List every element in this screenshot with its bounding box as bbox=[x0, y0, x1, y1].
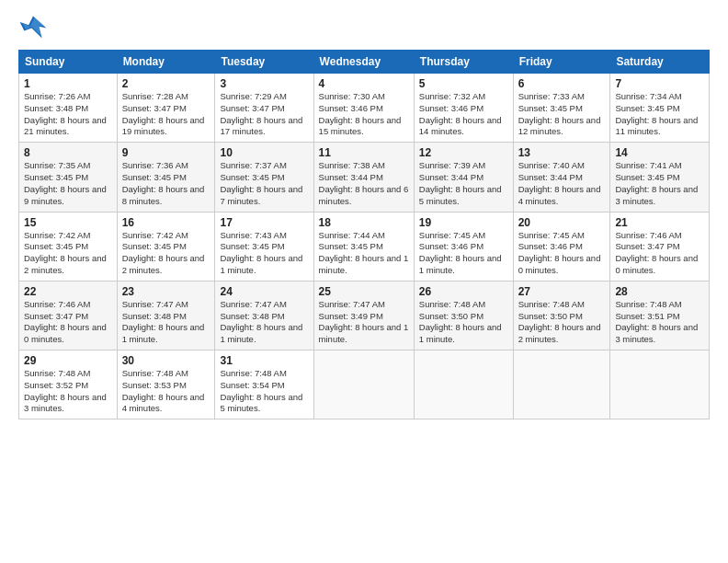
day-info: Sunrise: 7:32 AMSunset: 3:46 PMDaylight:… bbox=[419, 91, 508, 138]
day-number: 20 bbox=[518, 216, 606, 229]
logo-icon bbox=[18, 15, 48, 40]
calendar-cell: 8Sunrise: 7:35 AMSunset: 3:45 PMDaylight… bbox=[19, 143, 118, 212]
day-info: Sunrise: 7:28 AMSunset: 3:47 PMDaylight:… bbox=[122, 91, 210, 138]
calendar-week-row: 8Sunrise: 7:35 AMSunset: 3:45 PMDaylight… bbox=[19, 143, 710, 212]
day-info: Sunrise: 7:43 AMSunset: 3:45 PMDaylight:… bbox=[220, 230, 308, 277]
day-number: 6 bbox=[518, 77, 606, 90]
calendar-cell: 9Sunrise: 7:36 AMSunset: 3:45 PMDaylight… bbox=[117, 143, 215, 212]
day-number: 25 bbox=[319, 285, 409, 298]
day-info: Sunrise: 7:26 AMSunset: 3:48 PMDaylight:… bbox=[24, 91, 112, 138]
calendar-week-row: 22Sunrise: 7:46 AMSunset: 3:47 PMDayligh… bbox=[19, 281, 710, 350]
day-info: Sunrise: 7:46 AMSunset: 3:47 PMDaylight:… bbox=[24, 299, 112, 346]
day-info: Sunrise: 7:47 AMSunset: 3:49 PMDaylight:… bbox=[319, 299, 409, 346]
day-info: Sunrise: 7:45 AMSunset: 3:46 PMDaylight:… bbox=[419, 230, 508, 277]
day-info: Sunrise: 7:38 AMSunset: 3:44 PMDaylight:… bbox=[319, 160, 409, 207]
day-number: 1 bbox=[24, 77, 112, 90]
calendar-cell: 20Sunrise: 7:45 AMSunset: 3:46 PMDayligh… bbox=[513, 212, 610, 281]
day-info: Sunrise: 7:36 AMSunset: 3:45 PMDaylight:… bbox=[122, 160, 210, 207]
col-header-thursday: Thursday bbox=[414, 51, 513, 74]
calendar-cell: 19Sunrise: 7:45 AMSunset: 3:46 PMDayligh… bbox=[414, 212, 513, 281]
calendar-table: SundayMondayTuesdayWednesdayThursdayFrid… bbox=[18, 50, 710, 419]
day-info: Sunrise: 7:48 AMSunset: 3:51 PMDaylight:… bbox=[615, 299, 704, 346]
day-number: 18 bbox=[319, 216, 409, 229]
day-info: Sunrise: 7:42 AMSunset: 3:45 PMDaylight:… bbox=[24, 230, 112, 277]
day-info: Sunrise: 7:48 AMSunset: 3:53 PMDaylight:… bbox=[122, 368, 210, 415]
day-number: 10 bbox=[220, 146, 308, 159]
col-header-tuesday: Tuesday bbox=[215, 51, 313, 74]
col-header-sunday: Sunday bbox=[19, 51, 118, 74]
day-number: 29 bbox=[24, 354, 112, 367]
day-number: 26 bbox=[419, 285, 508, 298]
day-number: 12 bbox=[419, 146, 508, 159]
day-info: Sunrise: 7:35 AMSunset: 3:45 PMDaylight:… bbox=[24, 160, 112, 207]
calendar-cell: 26Sunrise: 7:48 AMSunset: 3:50 PMDayligh… bbox=[414, 281, 513, 350]
calendar-week-row: 29Sunrise: 7:48 AMSunset: 3:52 PMDayligh… bbox=[19, 350, 710, 419]
calendar-cell: 15Sunrise: 7:42 AMSunset: 3:45 PMDayligh… bbox=[19, 212, 118, 281]
calendar-cell: 31Sunrise: 7:48 AMSunset: 3:54 PMDayligh… bbox=[215, 350, 313, 419]
day-number: 7 bbox=[615, 77, 704, 90]
day-number: 16 bbox=[122, 216, 210, 229]
calendar-cell: 27Sunrise: 7:48 AMSunset: 3:50 PMDayligh… bbox=[513, 281, 610, 350]
calendar-cell: 4Sunrise: 7:30 AMSunset: 3:46 PMDaylight… bbox=[313, 74, 414, 143]
day-number: 11 bbox=[319, 146, 409, 159]
day-info: Sunrise: 7:48 AMSunset: 3:50 PMDaylight:… bbox=[518, 299, 606, 346]
calendar-cell bbox=[313, 350, 414, 419]
calendar-cell: 13Sunrise: 7:40 AMSunset: 3:44 PMDayligh… bbox=[513, 143, 610, 212]
day-number: 31 bbox=[220, 354, 308, 367]
calendar-cell: 22Sunrise: 7:46 AMSunset: 3:47 PMDayligh… bbox=[19, 281, 118, 350]
calendar-cell: 28Sunrise: 7:48 AMSunset: 3:51 PMDayligh… bbox=[610, 281, 710, 350]
day-info: Sunrise: 7:48 AMSunset: 3:50 PMDaylight:… bbox=[419, 299, 508, 346]
calendar-cell: 12Sunrise: 7:39 AMSunset: 3:44 PMDayligh… bbox=[414, 143, 513, 212]
day-number: 13 bbox=[518, 146, 606, 159]
day-info: Sunrise: 7:42 AMSunset: 3:45 PMDaylight:… bbox=[122, 230, 210, 277]
calendar-cell: 18Sunrise: 7:44 AMSunset: 3:45 PMDayligh… bbox=[313, 212, 414, 281]
day-number: 30 bbox=[122, 354, 210, 367]
calendar-cell: 29Sunrise: 7:48 AMSunset: 3:52 PMDayligh… bbox=[19, 350, 118, 419]
day-number: 8 bbox=[24, 146, 112, 159]
day-number: 17 bbox=[220, 216, 308, 229]
day-number: 19 bbox=[419, 216, 508, 229]
day-info: Sunrise: 7:33 AMSunset: 3:45 PMDaylight:… bbox=[518, 91, 606, 138]
day-number: 2 bbox=[122, 77, 210, 90]
calendar-cell: 11Sunrise: 7:38 AMSunset: 3:44 PMDayligh… bbox=[313, 143, 414, 212]
day-info: Sunrise: 7:47 AMSunset: 3:48 PMDaylight:… bbox=[220, 299, 308, 346]
calendar-cell: 7Sunrise: 7:34 AMSunset: 3:45 PMDaylight… bbox=[610, 74, 710, 143]
day-number: 5 bbox=[419, 77, 508, 90]
day-number: 27 bbox=[518, 285, 606, 298]
day-number: 15 bbox=[24, 216, 112, 229]
calendar-cell: 30Sunrise: 7:48 AMSunset: 3:53 PMDayligh… bbox=[117, 350, 215, 419]
calendar-cell: 17Sunrise: 7:43 AMSunset: 3:45 PMDayligh… bbox=[215, 212, 313, 281]
calendar-cell: 23Sunrise: 7:47 AMSunset: 3:48 PMDayligh… bbox=[117, 281, 215, 350]
day-info: Sunrise: 7:44 AMSunset: 3:45 PMDaylight:… bbox=[319, 230, 409, 277]
calendar-cell: 14Sunrise: 7:41 AMSunset: 3:45 PMDayligh… bbox=[610, 143, 710, 212]
day-info: Sunrise: 7:41 AMSunset: 3:45 PMDaylight:… bbox=[615, 160, 704, 207]
day-number: 14 bbox=[615, 146, 704, 159]
calendar-cell bbox=[414, 350, 513, 419]
day-number: 24 bbox=[220, 285, 308, 298]
calendar-cell: 3Sunrise: 7:29 AMSunset: 3:47 PMDaylight… bbox=[215, 74, 313, 143]
logo bbox=[18, 15, 51, 40]
day-number: 22 bbox=[24, 285, 112, 298]
day-info: Sunrise: 7:45 AMSunset: 3:46 PMDaylight:… bbox=[518, 230, 606, 277]
day-info: Sunrise: 7:47 AMSunset: 3:48 PMDaylight:… bbox=[122, 299, 210, 346]
day-info: Sunrise: 7:34 AMSunset: 3:45 PMDaylight:… bbox=[615, 91, 704, 138]
day-info: Sunrise: 7:39 AMSunset: 3:44 PMDaylight:… bbox=[419, 160, 508, 207]
calendar-week-row: 1Sunrise: 7:26 AMSunset: 3:48 PMDaylight… bbox=[19, 74, 710, 143]
day-number: 28 bbox=[615, 285, 704, 298]
calendar-cell: 24Sunrise: 7:47 AMSunset: 3:48 PMDayligh… bbox=[215, 281, 313, 350]
day-number: 3 bbox=[220, 77, 308, 90]
day-info: Sunrise: 7:30 AMSunset: 3:46 PMDaylight:… bbox=[319, 91, 409, 138]
calendar-cell bbox=[513, 350, 610, 419]
day-number: 4 bbox=[319, 77, 409, 90]
calendar-cell: 25Sunrise: 7:47 AMSunset: 3:49 PMDayligh… bbox=[313, 281, 414, 350]
day-number: 9 bbox=[122, 146, 210, 159]
calendar-week-row: 15Sunrise: 7:42 AMSunset: 3:45 PMDayligh… bbox=[19, 212, 710, 281]
calendar-cell: 5Sunrise: 7:32 AMSunset: 3:46 PMDaylight… bbox=[414, 74, 513, 143]
calendar-cell: 6Sunrise: 7:33 AMSunset: 3:45 PMDaylight… bbox=[513, 74, 610, 143]
day-number: 23 bbox=[122, 285, 210, 298]
day-info: Sunrise: 7:40 AMSunset: 3:44 PMDaylight:… bbox=[518, 160, 606, 207]
day-info: Sunrise: 7:29 AMSunset: 3:47 PMDaylight:… bbox=[220, 91, 308, 138]
day-number: 21 bbox=[615, 216, 704, 229]
header bbox=[18, 15, 710, 40]
day-info: Sunrise: 7:37 AMSunset: 3:45 PMDaylight:… bbox=[220, 160, 308, 207]
